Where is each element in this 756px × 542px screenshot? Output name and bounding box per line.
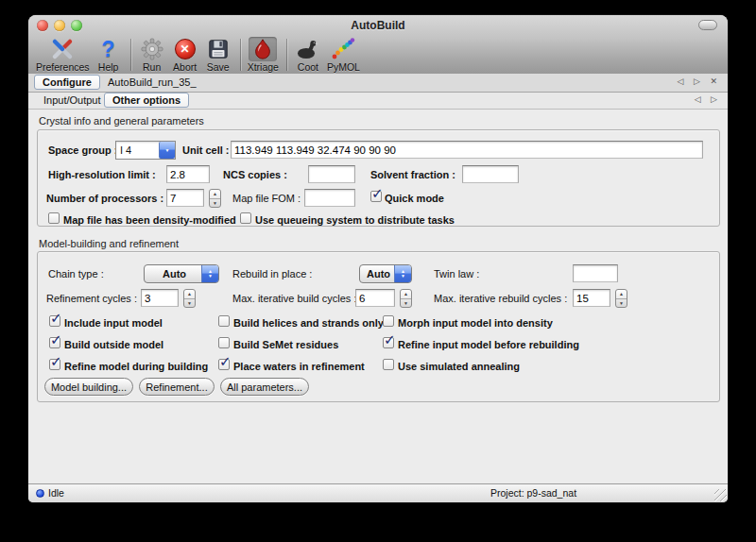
status-text: Idle [48,487,64,499]
build-helices-checkbox[interactable] [218,315,230,327]
num-processors-field[interactable] [166,189,204,207]
solvent-fraction-field[interactable] [462,165,519,183]
rebuild-cycles-stepper[interactable]: ▲ ▼ [615,289,627,308]
tab-input-output[interactable]: Input/Output [36,93,109,107]
stepper-down-icon[interactable]: ▼ [184,299,195,308]
combo-dropdown-icon[interactable]: ▼ [159,142,175,159]
toolbar-separator [240,39,241,71]
save-label: Save [207,61,230,73]
stepper-up-icon[interactable]: ▲ [210,190,220,199]
semet-label[interactable]: Build SeMet residues [233,339,338,350]
build-cycles-stepper[interactable]: ▲ ▼ [400,289,412,308]
quick-mode-label[interactable]: Quick mode [385,193,444,204]
rebuild-in-place-label: Rebuild in place : [232,268,312,279]
xtriage-button[interactable]: Xtriage [248,37,279,73]
save-floppy-icon [204,37,232,61]
space-group-value: I 4 [120,144,131,156]
rebuild-cycles-field[interactable] [573,289,610,307]
num-processors-stepper[interactable]: ▲ ▼ [209,189,221,208]
coot-bird-icon [294,37,322,61]
stepper-up-icon[interactable]: ▲ [401,290,411,299]
refine-during-building-label[interactable]: Refine model during building [64,361,208,372]
help-button[interactable]: ? Help [94,37,123,73]
refine-before-rebuild-checkbox[interactable] [383,337,394,348]
hires-limit-field[interactable] [166,165,210,183]
stepper-down-icon[interactable]: ▼ [401,299,411,308]
preferences-tools-icon [48,37,77,61]
space-group-combobox[interactable]: I 4 ▼ [115,141,176,160]
coot-button[interactable]: Coot [294,37,322,73]
pymol-button[interactable]: PyMOL [327,37,360,73]
build-outside-checkbox[interactable] [49,337,60,348]
refinement-cycles-label: Refinement cycles : [46,293,137,304]
refine-during-building-checkbox[interactable] [49,359,60,370]
solvent-fraction-label: Solvent fraction : [370,169,455,180]
semet-checkbox[interactable] [218,337,230,348]
include-input-model-label[interactable]: Include input model [64,317,163,329]
density-modified-checkbox[interactable] [48,212,60,224]
include-input-model-checkbox[interactable] [49,315,60,327]
build-cycles-field[interactable] [355,289,395,307]
toolbar: Preferences ? Help [28,36,728,75]
unit-cell-field[interactable] [231,141,703,159]
queueing-label[interactable]: Use queueing system to distribute tasks [255,214,455,226]
morph-model-checkbox[interactable] [383,315,394,327]
refinement-button[interactable]: Refinement... [139,378,215,396]
rebuild-in-place-popup[interactable]: Auto ▲▼ [359,264,412,283]
queueing-checkbox[interactable] [240,212,251,224]
toolbar-separator [286,39,287,71]
save-button[interactable]: Save [204,37,232,73]
stepper-down-icon[interactable]: ▼ [616,299,627,308]
twin-law-field[interactable] [573,264,618,282]
resize-grip[interactable] [714,489,727,501]
secondary-tab-bar: Input/Output Other options ◁ ▷ [28,93,728,110]
stepper-up-icon[interactable]: ▲ [184,290,195,299]
toolbar-separator [130,39,131,71]
tab-configure[interactable]: Configure [34,75,100,90]
refine-before-rebuild-label[interactable]: Refine input model before rebuilding [398,339,579,350]
ncs-copies-label: NCS copies : [223,169,287,180]
model-building-button[interactable]: Model building... [44,378,133,396]
abort-button[interactable]: ✕ Abort [171,37,199,73]
secondary-tab-nav-arrows[interactable]: ◁ ▷ [695,94,721,104]
ncs-copies-field[interactable] [308,165,355,183]
titlebar[interactable]: AutoBuild [28,15,728,36]
refinement-cycles-stepper[interactable]: ▲ ▼ [183,289,196,308]
density-modified-label[interactable]: Map file has been density-modified [63,214,236,226]
place-waters-label[interactable]: Place waters in refinement [233,361,365,372]
preferences-button[interactable]: Preferences [36,37,90,73]
popup-arrows-icon[interactable]: ▲▼ [201,265,218,282]
window-title: AutoBuild [28,19,728,32]
crystal-section-title: Crystal info and general parameters [39,115,204,127]
map-fom-field[interactable] [304,189,355,207]
primary-tab-nav-arrows[interactable]: ◁ ▷ ✕ [678,76,721,86]
build-helices-label[interactable]: Build helices and strands only [233,317,384,329]
pymol-ribbon-icon [329,37,357,61]
quick-mode-checkbox[interactable] [370,191,382,202]
xtriage-label: Xtriage [248,61,279,73]
simulated-annealing-checkbox[interactable] [383,359,394,370]
stepper-down-icon[interactable]: ▼ [210,199,220,208]
simulated-annealing-label[interactable]: Use simulated annealing [398,361,520,372]
build-outside-label[interactable]: Build outside model [64,339,163,350]
tab-autobuild-run[interactable]: AutoBuild_run_35_ [100,76,204,89]
refinement-cycles-field[interactable] [141,289,179,307]
place-waters-checkbox[interactable] [218,359,230,370]
chain-type-popup[interactable]: Auto ▲▼ [144,264,219,283]
toolbar-toggle-button[interactable] [698,20,717,30]
help-label: Help [98,61,119,73]
hires-limit-label: High-resolution limit : [48,169,156,180]
xtriage-crystal-icon [249,37,277,61]
build-cycles-label: Max. iterative build cycles : [232,293,356,304]
window-header: AutoBuild Preferences ? Help [28,15,728,75]
tab-other-options[interactable]: Other options [104,93,189,108]
status-indicator-dot [36,489,44,498]
primary-tab-bar: Configure AutoBuild_run_35_ ◁ ▷ ✕ [28,74,728,93]
stepper-up-icon[interactable]: ▲ [616,290,627,299]
run-button[interactable]: Run [138,37,166,73]
all-parameters-button[interactable]: All parameters... [220,378,309,396]
morph-model-label[interactable]: Morph input model into density [398,317,553,329]
popup-arrows-icon[interactable]: ▲▼ [394,265,411,282]
run-gear-icon [138,37,166,61]
num-processors-label: Number of processors : [46,193,163,204]
